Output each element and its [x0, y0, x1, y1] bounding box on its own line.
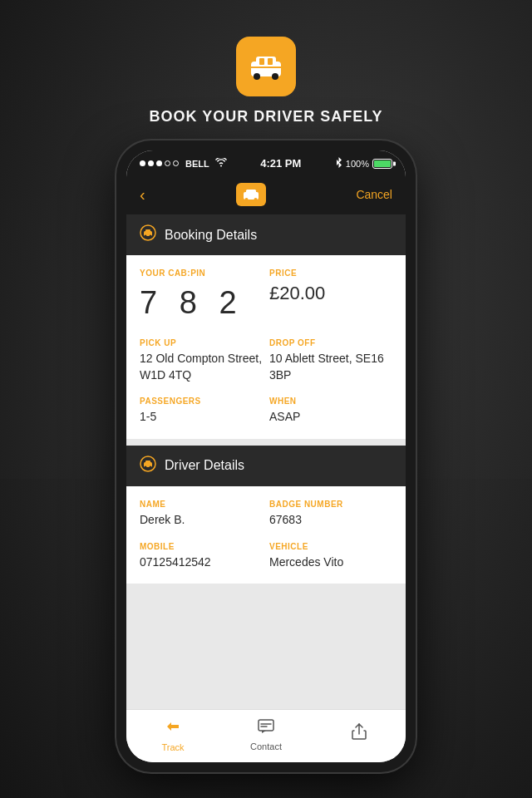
svg-rect-4 [259, 58, 264, 65]
dropoff-label: DROP OFF [269, 338, 392, 347]
booking-section-icon [140, 224, 156, 245]
price-value: £20.00 [269, 281, 392, 307]
cab-pin-label: YOUR CAB:PIN [140, 268, 263, 278]
cab-pin-value: 7 8 2 [140, 281, 263, 325]
passengers-value: 1-5 [140, 409, 263, 426]
app-logo [236, 37, 296, 96]
signal-indicator [140, 160, 179, 166]
driver-name-label: NAME [140, 500, 263, 509]
badge-label: BADGE NUMBER [269, 500, 392, 509]
when-label: WHEN [269, 397, 392, 406]
cab-pin-field: YOUR CAB:PIN 7 8 2 [140, 268, 263, 325]
status-bar: BELL 4:21 PM [126, 150, 406, 175]
vehicle-value: Mercedes Vito [269, 554, 392, 571]
pickup-field: PICK UP 12 Old Compton Street, W1D 4TQ [140, 338, 263, 383]
tab-share[interactable] [313, 723, 406, 747]
section-divider [126, 439, 406, 446]
app-title: BOOK YOUR DRIVER SAFELY [149, 108, 382, 126]
pickup-label: PICK UP [140, 338, 263, 347]
screen-content: Booking Details YOUR CAB:PIN 7 8 2 PRICE [126, 214, 406, 709]
driver-section-title: Driver Details [165, 458, 244, 473]
svg-point-15 [150, 235, 152, 238]
carrier-label: BELL [185, 159, 209, 169]
dropoff-value: 10 Ablett Street, SE16 3BP [269, 351, 392, 383]
booking-section-title: Booking Details [165, 228, 257, 243]
driver-name-value: Derek B. [140, 512, 263, 529]
svg-point-2 [254, 73, 260, 80]
svg-rect-1 [256, 57, 276, 65]
mobile-label: MOBILE [140, 542, 263, 551]
tab-bar: Track Contact [126, 709, 406, 762]
mobile-field: MOBILE 07125412542 [140, 542, 263, 571]
passengers-field: PASSENGERS 1-5 [140, 397, 263, 426]
svg-point-20 [150, 466, 152, 468]
price-field: PRICE £20.00 [269, 268, 392, 325]
svg-point-14 [145, 235, 147, 238]
svg-rect-6 [251, 66, 281, 68]
svg-rect-21 [259, 720, 273, 731]
dropoff-field: DROP OFF 10 Ablett Street, SE16 3BP [269, 338, 392, 383]
nav-logo [236, 183, 266, 206]
contact-label: Contact [250, 741, 282, 751]
svg-rect-5 [268, 58, 273, 65]
when-field: WHEN ASAP [269, 397, 392, 426]
phone-frame: BELL 4:21 PM [116, 140, 416, 772]
pickup-value: 12 Old Compton Street, W1D 4TQ [140, 351, 263, 383]
vehicle-field: VEHICLE Mercedes Vito [269, 542, 392, 571]
back-button[interactable]: ‹ [140, 185, 145, 204]
wifi-icon [215, 158, 227, 170]
svg-rect-8 [246, 190, 256, 194]
svg-point-19 [145, 466, 147, 468]
when-value: ASAP [269, 409, 392, 426]
price-label: PRICE [269, 268, 392, 278]
badge-field: BADGE NUMBER 67683 [269, 500, 392, 529]
nav-bar: ‹ Cancel [126, 175, 406, 214]
vehicle-label: VEHICLE [269, 542, 392, 551]
status-time: 4:21 PM [260, 157, 301, 170]
bottom-divider [126, 584, 406, 590]
battery-icon [372, 159, 392, 169]
badge-value: 67683 [269, 512, 392, 529]
app-header: BOOK YOUR DRIVER SAFELY [149, 37, 382, 126]
svg-point-9 [244, 198, 248, 201]
driver-section-icon [140, 456, 156, 476]
phone-screen: BELL 4:21 PM [126, 150, 406, 762]
share-icon [352, 723, 367, 744]
passengers-label: PASSENGERS [140, 397, 263, 406]
booking-section-header: Booking Details [126, 214, 406, 255]
track-label: Track [161, 742, 184, 752]
driver-name-field: NAME Derek B. [140, 500, 263, 529]
svg-rect-13 [145, 229, 150, 233]
cancel-button[interactable]: Cancel [356, 188, 392, 201]
track-icon [165, 718, 181, 739]
driver-card: NAME Derek B. BADGE NUMBER 67683 MOBILE … [126, 486, 406, 584]
contact-icon [258, 719, 274, 738]
battery-percent: 100% [346, 159, 369, 169]
booking-card: YOUR CAB:PIN 7 8 2 PRICE £20.00 PICK UP … [126, 255, 406, 439]
svg-rect-18 [145, 461, 150, 464]
tab-track[interactable]: Track [126, 718, 219, 752]
mobile-value: 07125412542 [140, 554, 263, 571]
svg-point-10 [254, 198, 257, 201]
bluetooth-icon [335, 157, 342, 170]
svg-point-3 [272, 73, 278, 80]
driver-section-header: Driver Details [126, 446, 406, 486]
tab-contact[interactable]: Contact [219, 719, 313, 751]
